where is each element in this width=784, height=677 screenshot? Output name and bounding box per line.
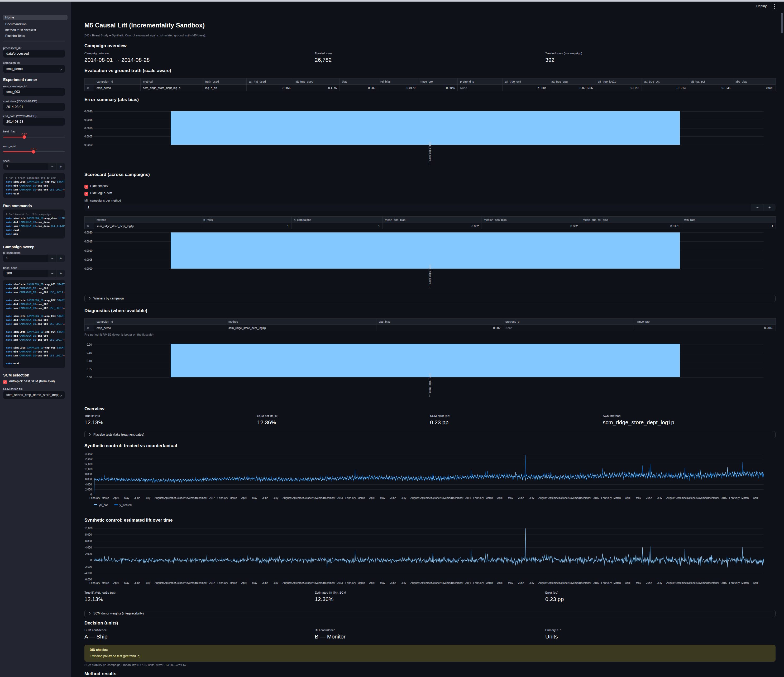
seed-stepper[interactable]: 7 − + — [3, 163, 65, 170]
hide-simplex-checkbox[interactable]: ✓Hide simplex — [84, 184, 109, 188]
sc-lift-chart: 10,0008,0006,0004,0002,0000-2,000-4,000-… — [84, 528, 776, 579]
sidebar-item-documentation[interactable]: Documentation — [3, 22, 67, 27]
checkbox-checked-icon: ✓ — [84, 185, 88, 188]
treat-frac-label: treat_frac — [3, 130, 15, 133]
sidebar-item-home[interactable]: Home — [3, 15, 67, 20]
campaign-id-select[interactable]: cmp_demo — [3, 65, 65, 73]
sidebar-item-placebo-tests[interactable]: Placebo Tests — [3, 33, 67, 39]
rmse-caption: Pre-period fit RMSE (lower is better on … — [84, 333, 154, 336]
max-uplift-label: max_uplift — [3, 145, 16, 148]
n-campaigns-increment-button[interactable]: + — [56, 255, 65, 262]
end-date-input[interactable]: 2014-08-28 — [3, 118, 65, 126]
sidebar-item-method-trust-checklist[interactable]: method trust checklist — [3, 28, 67, 33]
min-campaigns-value: 1 — [87, 205, 89, 209]
expander-chevron-icon — [88, 297, 91, 300]
estimated-lift-scm-metric: Estimated lift (%), SCM 12.36% — [315, 591, 473, 602]
did-checks-warning-title: DiD checks: — [90, 648, 770, 652]
scm-series-file-value: scm_series_cmp_demo_store_dept_log1p... — [6, 391, 59, 399]
treated-rows-in-campaign-metric: Treated rows (in-campaign) 392 — [545, 52, 703, 63]
scm-confidence-metric: SCM confidence A — Ship — [84, 629, 243, 640]
experiment-runner-header: Experiment runner — [3, 78, 37, 82]
chevron-down-icon — [59, 394, 62, 396]
base-seed-stepper[interactable]: 100 − + — [3, 270, 65, 277]
scrollbar-thumb[interactable] — [781, 12, 783, 33]
runner-code-block[interactable]: # Run a fresh campaign end-to-endmake si… — [3, 173, 65, 198]
base-seed-increment-button[interactable]: + — [56, 270, 65, 277]
true-lift-log1p-metric: True lift (%), log1p-truth 12.13% — [84, 591, 243, 602]
placebo-expander[interactable]: Placebo tests (fake treatment dates) — [84, 431, 776, 438]
placebo-expander-label: Placebo tests (fake treatment dates) — [93, 433, 144, 436]
seed-decrement-button[interactable]: − — [48, 163, 56, 170]
run-commands-code-block[interactable]: # End-to-end for this campaignmake simul… — [3, 210, 65, 238]
overview-heading: Overview — [84, 406, 104, 412]
max-uplift-slider-thumb[interactable] — [32, 150, 35, 154]
page-title: M5 Causal Lift (Incrementality Sandbox) — [84, 22, 205, 29]
scorecard-bar-chart: 0.00200.00150.00100.00050.0000 — [84, 232, 776, 269]
min-campaigns-increment-button[interactable]: + — [763, 204, 776, 211]
campaign-id-value: cmp_demo — [6, 67, 23, 71]
scm-est-lift-metric: SCM est lift (%) 12.36% — [257, 414, 415, 426]
min-campaigns-decrement-button[interactable]: − — [751, 204, 764, 211]
n-campaigns-stepper[interactable]: 5 − + — [3, 255, 65, 262]
scorecard-table[interactable]: methodn_rowsn_campaignsmean_abs_biasmedi… — [84, 216, 776, 229]
evaluation-heading: Evaluation vs ground truth (scale-aware) — [84, 68, 171, 73]
did-confidence-metric: DiD confidence B — Monitor — [315, 629, 473, 640]
base-seed-label: base_seed — [3, 266, 17, 269]
base-seed-decrement-button[interactable]: − — [48, 270, 56, 277]
processed-dir-input[interactable]: data/processed — [3, 50, 65, 58]
winners-expander-label: Winners by campaign — [93, 297, 124, 300]
scm-series-file-select[interactable]: scm_series_cmp_demo_store_dept_log1p... — [3, 391, 65, 399]
seed-value: 7 — [6, 165, 8, 168]
app-root: { "app": {"deploy_label": "Deploy"}, "si… — [0, 0, 784, 677]
n-campaigns-value: 5 — [6, 257, 8, 260]
new-campaign-id-label: new_campaign_id — [3, 85, 26, 88]
min-campaigns-stepper[interactable]: 1 − + — [84, 204, 776, 211]
campaign-sweep-header: Campaign sweep — [3, 245, 34, 249]
seed-increment-button[interactable]: + — [56, 163, 65, 170]
start-date-label: start_date (YYYY-MM-DD) — [3, 100, 37, 103]
donor-weights-expander[interactable]: SCM donor weights (interpretability) — [84, 610, 776, 617]
error-pp-metric: Error (pp) 0.23 pp — [545, 591, 703, 602]
campaign-window-metric: Campaign window 2014-08-01 → 2014-08-28 — [84, 52, 243, 63]
y-treated-swatch — [114, 504, 118, 505]
end-date-label: end_date (YYYY-MM-DD) — [3, 115, 36, 118]
sweep-code-block[interactable]: make simulate CAMPAIGN_ID=cmp_001 START_… — [3, 280, 65, 368]
page-subtitle: DiD / Event Study + Synthetic Control ev… — [84, 34, 206, 37]
treat-frac-slider[interactable] — [3, 137, 65, 137]
treated-rows-metric: Treated rows 26,782 — [315, 52, 473, 63]
sc-treated-vs-cf-chart: 16,00014,00012,00010,0008,0006,0004,0002… — [84, 454, 776, 495]
rmse-x-label: scm_ridge_store_… — [428, 374, 432, 408]
y0-hat-swatch — [93, 504, 97, 505]
max-uplift-slider[interactable] — [3, 151, 65, 152]
start-date-input[interactable]: 2014-08-01 — [3, 103, 65, 111]
winners-expander[interactable]: Winners by campaign — [84, 295, 776, 302]
error-summary-heading: Error summary (abs bias) — [84, 97, 139, 103]
hide-log1p-sim-label: Hide log1p_sim — [90, 191, 112, 195]
treat-frac-slider-thumb[interactable] — [22, 135, 26, 139]
scm-method-metric: SCM method scm_ridge_store_dept_log1p — [603, 414, 761, 426]
decision-heading: Decision (units) — [84, 621, 118, 626]
n-campaigns-decrement-button[interactable]: − — [48, 255, 56, 262]
expander-chevron-icon — [88, 612, 91, 615]
scm-selection-header: SCM selection — [3, 373, 29, 377]
sc-chart1-legend: y0_hat y_treated — [93, 503, 137, 507]
hide-simplex-label: Hide simplex — [90, 184, 109, 188]
campaign-overview-heading: Campaign overview — [84, 43, 127, 48]
evaluation-table[interactable]: campaign_idmethodtruth_usedatt_hat_useda… — [84, 78, 776, 91]
did-checks-warning-item: • Missing pre-trend test (pretrend_p). — [90, 654, 770, 658]
sc-chart2-x-axis: FebruaryMarchAprilMayJuneJulyAugustSepte… — [93, 582, 764, 585]
sc-chart2-heading: Synthetic control: estimated lift over t… — [84, 518, 173, 523]
sc-chart1-heading: Synthetic control: treated vs counterfac… — [84, 443, 177, 448]
run-commands-header: Run commands — [3, 204, 32, 208]
sidebar: Home Documentation method trust checklis… — [0, 2, 71, 677]
min-campaigns-label: Min campaigns per method — [84, 199, 121, 202]
autopick-checkbox[interactable]: ✓Auto-pick best SCM (from eval) — [3, 380, 55, 384]
hide-log1p-sim-checkbox[interactable]: ✓Hide log1p_sim — [84, 191, 112, 196]
new-campaign-id-input[interactable]: cmp_003 — [3, 88, 65, 96]
method-results-heading: Method results — [84, 671, 116, 677]
scm-stability-caption: SCM stability (in-campaign): mean lift=1… — [84, 663, 187, 666]
scorecard-heading: Scorecard (across campaigns) — [84, 172, 150, 177]
diagnostics-table[interactable]: campaign_idmethodabs_biaspretrend_prmse_… — [84, 318, 776, 331]
sc-chart1-x-axis: FebruaryMarchAprilMayJuneJulyAugustSepte… — [93, 496, 764, 500]
seed-label: seed — [3, 159, 9, 162]
